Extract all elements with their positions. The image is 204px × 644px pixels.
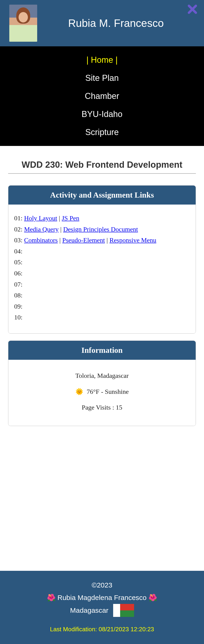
nav-item-chamber[interactable]: Chamber	[0, 87, 204, 105]
weather-text: 76°F - Sunshine	[87, 388, 129, 395]
flower-icon: 🌺	[148, 594, 157, 602]
separator: |	[58, 236, 62, 244]
activity-prefix: 08:	[14, 292, 23, 299]
main-nav: | Home | Site Plan Chamber BYU-Idaho Scr…	[0, 46, 204, 146]
activity-row: 01: Holy Layout | JS Pen	[14, 213, 190, 224]
info-location: Toloria, Madagascar	[14, 368, 190, 384]
activity-prefix: 02:	[14, 226, 24, 233]
activity-link[interactable]: Pseudo-Element	[62, 236, 105, 244]
main-content: WDD 230: Web Frontend Development Activi…	[0, 146, 204, 571]
page-title: WDD 230: Web Frontend Development	[8, 160, 196, 174]
madagascar-flag-icon	[113, 604, 134, 617]
activity-row: 09:	[14, 301, 190, 312]
activity-prefix: 04:	[14, 248, 23, 255]
activity-link[interactable]: Media Query	[24, 226, 59, 233]
activity-row: 03: Combinators | Pseudo-Element | Respo…	[14, 235, 190, 246]
activity-link[interactable]: Responsive Menu	[110, 236, 156, 244]
activities-card: Activity and Assignment Links 01: Holy L…	[8, 185, 196, 334]
footer-country: Madagascar	[70, 604, 108, 617]
information-heading: Information	[8, 341, 196, 360]
nav-item-byu-idaho[interactable]: BYU-Idaho	[0, 105, 204, 123]
last-mod-label: Last Modification:	[50, 626, 99, 633]
info-visits: Page Visits : 15	[14, 400, 190, 415]
activity-prefix: 10:	[14, 314, 23, 321]
separator: |	[57, 214, 62, 222]
footer-last-mod: Last Modification: 08/21/2023 12:20:23	[5, 624, 199, 635]
nav-item-scripture[interactable]: Scripture	[0, 123, 204, 141]
header-title: Rubia M. Francesco	[37, 17, 195, 30]
information-body: Toloria, Madagascar 🌞 76°F - Sunshine Pa…	[8, 360, 196, 426]
info-weather: 🌞 76°F - Sunshine	[14, 384, 190, 400]
last-mod-value: 08/21/2023 12:20:23	[99, 626, 154, 633]
avatar	[9, 5, 37, 42]
activity-prefix: 07:	[14, 281, 23, 288]
close-icon[interactable]	[186, 4, 198, 15]
footer-copyright: ©2023	[5, 579, 199, 592]
activity-row: 10:	[14, 312, 190, 323]
activity-prefix: 05:	[14, 258, 23, 266]
activity-prefix: 01:	[14, 214, 24, 222]
separator: |	[59, 226, 63, 233]
activities-body: 01: Holy Layout | JS Pen02: Media Query …	[8, 204, 196, 333]
nav-item-home[interactable]: | Home |	[0, 51, 204, 69]
footer-country-line: Madagascar	[70, 604, 134, 617]
flower-icon: 🌺	[47, 594, 56, 602]
activity-prefix: 03:	[14, 236, 24, 244]
activity-link[interactable]: JS Pen	[62, 214, 79, 222]
page-footer: ©2023 🌺 Rubia Magdelena Francesco 🌺 Mada…	[0, 571, 204, 644]
activity-link[interactable]: Holy Layout	[24, 214, 57, 222]
visits-count: 15	[116, 404, 122, 411]
sun-icon: 🌞	[75, 388, 83, 396]
activity-row: 06:	[14, 268, 190, 279]
activity-row: 04:	[14, 246, 190, 257]
activity-row: 02: Media Query | Design Principles Docu…	[14, 224, 190, 235]
activity-row: 08:	[14, 290, 190, 301]
activities-heading: Activity and Assignment Links	[8, 186, 196, 204]
footer-name-line: 🌺 Rubia Magdelena Francesco 🌺	[5, 592, 199, 604]
activity-row: 07:	[14, 279, 190, 290]
activity-prefix: 06:	[14, 270, 23, 277]
information-card: Information Toloria, Madagascar 🌞 76°F -…	[8, 340, 196, 426]
activity-prefix: 09:	[14, 303, 23, 310]
page-header: Rubia M. Francesco	[0, 0, 204, 46]
visits-label: Page Visits :	[82, 404, 116, 411]
footer-name: Rubia Magdelena Francesco	[57, 594, 147, 602]
activity-row: 05:	[14, 257, 190, 268]
activity-link[interactable]: Combinators	[24, 236, 58, 244]
activity-link[interactable]: Design Principles Document	[63, 226, 138, 233]
separator: |	[105, 236, 110, 244]
nav-item-site-plan[interactable]: Site Plan	[0, 69, 204, 87]
